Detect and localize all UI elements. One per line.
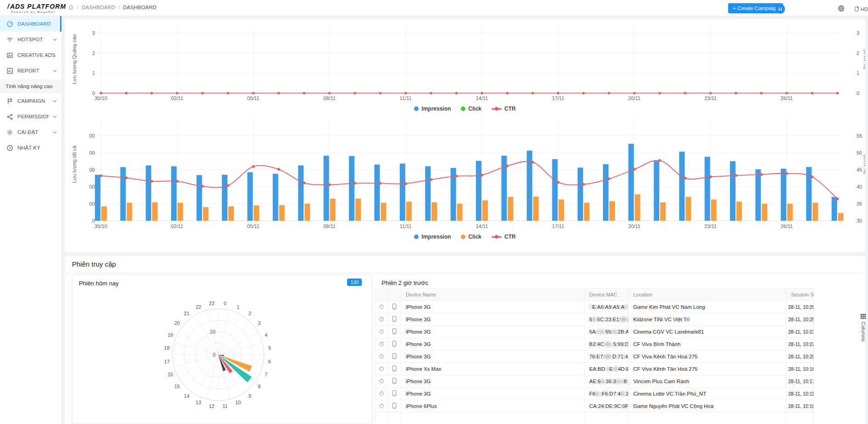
device-name-cell: iPhone 3G [401, 351, 585, 363]
svg-text:30/10: 30/10 [94, 95, 107, 101]
sidebar-item-permission[interactable]: PERMISSION [0, 109, 61, 124]
svg-text:1: 1 [92, 70, 95, 76]
session-row[interactable]: iPhone 3GAE:6A:36:3A:48:91Vincom Plus Ca… [375, 375, 814, 388]
svg-text:16: 16 [167, 372, 173, 377]
sidebar-item-creative-ads[interactable]: CREATIVE ADS [0, 47, 61, 63]
column-header-Device MAC: Device MAC [585, 289, 629, 301]
ctr-line-marker [492, 236, 502, 238]
apple-logo-icon [379, 328, 384, 335]
image-icon [6, 52, 13, 59]
mobile-phone-icon [392, 316, 397, 322]
session-start-cell: 28-11, 10:25 [786, 301, 814, 313]
sidebar-item-cài-đặt[interactable]: CÀI ĐẶT [0, 124, 61, 140]
help-label: HD [861, 6, 868, 12]
device-mac-cell: EA:BD:3E:B4D:E5 [585, 363, 629, 375]
session-row[interactable]: iPhone 3G76:E7:A9:D:71:4CCF Viva Kênh Tâ… [375, 351, 814, 363]
sidebar-item-report[interactable]: REPORT [0, 63, 61, 78]
columns-settings-button[interactable]: Columns [860, 313, 866, 341]
svg-text:0: 0 [92, 90, 95, 96]
session-row[interactable]: iPhone 3G5A:C4:55:A:2B:ACCinema CGV VC L… [375, 326, 814, 338]
sessions-section-title: Phiên truy cập [72, 260, 116, 268]
location-cell: Kidzone TiNi VC Việt Trì [629, 313, 786, 326]
sidebar-item-nhật-ký[interactable]: NHẬT KÝ [0, 140, 61, 156]
os-apple-cell [375, 363, 388, 375]
clock-icon [6, 145, 13, 151]
flag-icon [6, 98, 13, 105]
table-body: iPhone 3G7E:A6:A9:A5:AF:0DGame Kim Phát … [375, 301, 814, 424]
svg-text:14/11: 14/11 [476, 95, 488, 101]
svg-text:13: 13 [196, 400, 201, 405]
session-start-cell: 28-11, 10:18 [786, 363, 814, 375]
os-apple-cell [375, 388, 388, 400]
app-logo[interactable]: /ADS PLATFORM Powered by MegaNet [7, 3, 66, 13]
session-row[interactable]: iPhone 3GF6A::F6:D7:4B:2ACinema Lotte VC… [375, 388, 814, 400]
svg-text:3: 3 [258, 320, 261, 326]
column-header-icon [388, 289, 401, 301]
sessions-by-hour-polar-chart[interactable]: 0123456789101112131415161718192021222302… [72, 289, 372, 424]
session-row[interactable]: iPhone 3GB2:4C:B1:5:99:D3CF Viva Bình Th… [375, 338, 814, 351]
session-start-cell: 28-11, 10:11 [786, 388, 814, 400]
svg-text:14/11: 14/11 [476, 223, 488, 229]
svg-text:9: 9 [249, 393, 251, 399]
location-cell: Game Nguyên Phát VC Cộng Hoà [629, 400, 786, 413]
home-icon[interactable] [68, 4, 74, 10]
mobile-phone-icon [392, 340, 397, 347]
legend-item-impression[interactable]: Impression [414, 234, 451, 240]
svg-text:00: 00 [89, 167, 95, 173]
user-avatar[interactable]: H [775, 4, 785, 14]
gear-icon [6, 129, 13, 136]
session-row[interactable]: iPhone Xs MaxEA:BD:3E:B4D:E5CF Viva Kênh… [375, 363, 814, 375]
apple-logo-icon [379, 402, 384, 409]
device-mac-cell: CA:24:DE:9C:0F:65 [585, 400, 629, 413]
svg-text:Lưu lượng tất cả: Lưu lượng tất cả [72, 145, 77, 183]
svg-text:12: 12 [209, 403, 214, 409]
legend-item-ctr[interactable]: CTR [492, 106, 516, 112]
legend-item-ctr[interactable]: CTR [492, 234, 516, 240]
globe-icon[interactable] [838, 5, 845, 14]
svg-text:00: 00 [89, 150, 95, 156]
total-traffic-bar-chart[interactable]: 30/1002/1105/1108/1111/1114/1117/1120/11… [65, 114, 865, 232]
mobile-phone-icon [392, 378, 397, 384]
device-mac-cell: F6A::F6:D7:4B:2A [585, 388, 629, 400]
os-apple-cell [375, 301, 388, 313]
sessions-section: Phiên truy cập Phiên hôm nay 130 0123456… [65, 256, 865, 424]
session-row[interactable]: iPhone 3G7E:A6:A9:A5:AF:0DGame Kim Phát … [375, 301, 814, 313]
legend-item-click[interactable]: Click [461, 106, 481, 112]
svg-text:00: 00 [89, 184, 95, 190]
svg-text:23/11: 23/11 [704, 223, 717, 229]
mobile-phone-icon [392, 328, 397, 335]
svg-text:17/11: 17/11 [552, 95, 564, 101]
sidebar-item-campaign[interactable]: CAMPAIGN [0, 93, 61, 109]
sidebar-item-hotspot[interactable]: HOTSPOT [0, 32, 61, 47]
legend-item-click[interactable]: Click [461, 234, 481, 240]
svg-text:11/11: 11/11 [400, 223, 412, 229]
svg-text:Lưu lượng Quảng cáo: Lưu lượng Quảng cáo [72, 34, 77, 84]
device-mac-cell: 7E:A6:A9:A5:AF:0D [585, 301, 629, 313]
section-divider [65, 273, 865, 273]
sessions-today-count-badge: 130 [347, 279, 362, 286]
device-type-cell [388, 338, 401, 351]
logo-title: ADS PLATFORM [10, 3, 66, 10]
ad-traffic-line-chart[interactable]: 30/1002/1105/1108/1111/1114/1117/1120/11… [65, 19, 865, 105]
svg-text:4: 4 [265, 332, 267, 338]
session-row[interactable]: iPhone 6PlusCA:24:DE:9C:0F:65Game Nguyên… [375, 400, 814, 413]
sidebar-item-dashboard[interactable]: DASHBOARD [0, 16, 61, 32]
svg-text:17: 17 [164, 359, 170, 364]
apple-logo-icon [379, 316, 384, 322]
os-apple-cell [375, 351, 388, 363]
sidebar-item-label: CAMPAIGN [17, 98, 49, 104]
chevron-down-icon [53, 130, 57, 134]
sidebar-advanced-group: CAMPAIGNPERMISSIONCÀI ĐẶTNHẬT KÝ [0, 93, 61, 156]
session-start-cell: 28-11, 10:25 [786, 313, 814, 326]
os-apple-cell [375, 400, 388, 413]
ads-platform-dashboard: /ADS PLATFORM Powered by MegaNet / DASHB… [0, 0, 868, 424]
legend-item-impression[interactable]: Impression [414, 106, 451, 112]
svg-text:3: 3 [92, 30, 95, 36]
session-row[interactable]: iPhone 3G5A:5C:23:E1:B4:A7Kidzone TiNi V… [375, 313, 814, 326]
breadcrumb-dashboard[interactable]: DASHBOARD [82, 5, 115, 10]
svg-text:5: 5 [268, 345, 271, 351]
recent-sessions-title: Phiên 2 giờ trước [381, 279, 428, 286]
svg-text:11: 11 [222, 403, 227, 409]
svg-text:26/11: 26/11 [780, 223, 793, 229]
help-docs-link[interactable]: HD [855, 6, 868, 12]
